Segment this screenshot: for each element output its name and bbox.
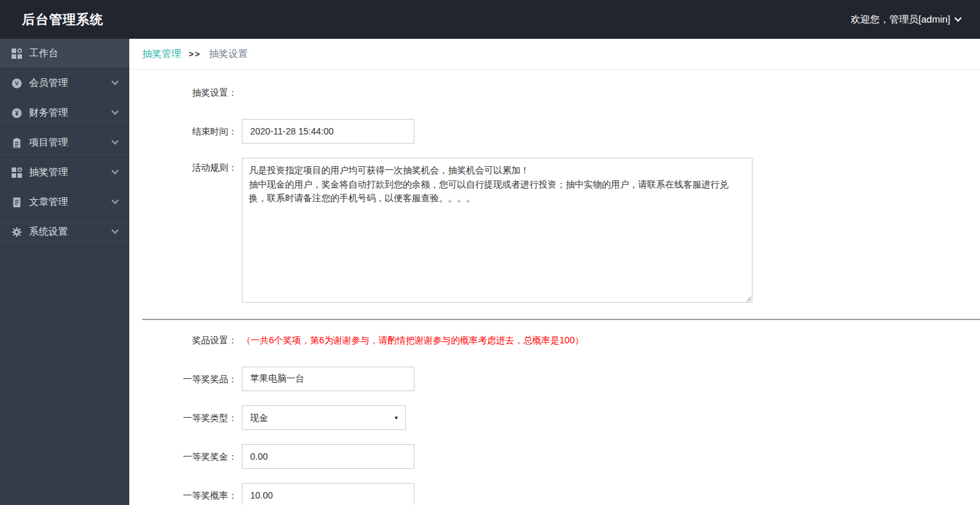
sidebar-item-label: 会员管理 bbox=[29, 77, 112, 89]
sidebar: 工作台 V 会员管理 ¥ 财务管理 项目管理 bbox=[0, 39, 129, 505]
breadcrumb-separator: >> bbox=[189, 49, 201, 59]
breadcrumb-current: 抽奖设置 bbox=[209, 48, 248, 60]
user-menu[interactable]: 欢迎您，管理员[admin] bbox=[851, 14, 961, 26]
lottery-settings-form: 抽奖设置： 结束时间： 活动规则： 凡是投资指定项目的用户均可获得一次抽奖机会，… bbox=[129, 70, 980, 505]
chevron-down-icon bbox=[111, 107, 118, 114]
sidebar-item-workbench[interactable]: 工作台 bbox=[0, 39, 129, 69]
grid-icon bbox=[12, 48, 22, 59]
chevron-down-icon bbox=[111, 226, 118, 233]
first-prize-amount-row: 一等奖奖金： bbox=[129, 444, 980, 469]
breadcrumb: 抽奖管理 >> 抽奖设置 bbox=[129, 39, 980, 70]
rules-label: 活动规则： bbox=[129, 158, 237, 305]
chevron-down-icon bbox=[111, 197, 118, 204]
first-prize-rate-row: 一等奖概率： bbox=[129, 483, 980, 505]
first-prize-type-select[interactable]: 现金 bbox=[242, 405, 406, 430]
topbar: 后台管理系统 欢迎您，管理员[admin] bbox=[0, 0, 980, 39]
app-title: 后台管理系统 bbox=[22, 11, 103, 28]
grid-icon bbox=[12, 167, 22, 178]
clipboard-icon bbox=[12, 138, 22, 148]
member-circle-icon: V bbox=[12, 78, 22, 89]
finance-circle-icon: ¥ bbox=[12, 108, 22, 118]
end-time-input[interactable] bbox=[242, 119, 414, 144]
breadcrumb-parent-link[interactable]: 抽奖管理 bbox=[142, 48, 181, 60]
document-icon bbox=[12, 197, 22, 208]
sidebar-item-articles[interactable]: 文章管理 bbox=[0, 188, 129, 217]
sidebar-item-finance[interactable]: ¥ 财务管理 bbox=[0, 98, 129, 128]
welcome-text: 欢迎您，管理员[admin] bbox=[851, 14, 950, 26]
first-prize-item-label: 一等奖奖品： bbox=[129, 367, 237, 391]
first-prize-item-input[interactable] bbox=[242, 367, 414, 391]
sidebar-item-label: 文章管理 bbox=[29, 196, 112, 208]
section-title: 抽奖设置： bbox=[129, 80, 237, 105]
sidebar-item-label: 财务管理 bbox=[29, 107, 112, 119]
sidebar-item-lottery[interactable]: 抽奖管理 bbox=[0, 158, 129, 188]
first-prize-type-row: 一等奖类型： 现金 ▼ bbox=[129, 405, 980, 430]
first-prize-rate-label: 一等奖概率： bbox=[129, 483, 237, 505]
section-divider bbox=[142, 319, 980, 320]
svg-text:V: V bbox=[15, 80, 19, 87]
chevron-down-icon bbox=[954, 14, 961, 21]
svg-text:¥: ¥ bbox=[15, 109, 19, 116]
rules-textarea[interactable]: 凡是投资指定项目的用户均可获得一次抽奖机会，抽奖机会可以累加！ 抽中现金的用户，… bbox=[242, 158, 752, 303]
end-time-label: 结束时间： bbox=[129, 119, 237, 144]
sidebar-item-label: 项目管理 bbox=[29, 136, 112, 149]
first-prize-rate-input[interactable] bbox=[242, 483, 414, 505]
gear-icon bbox=[12, 227, 22, 237]
end-time-row: 结束时间： bbox=[129, 119, 980, 144]
sidebar-item-projects[interactable]: 项目管理 bbox=[0, 128, 129, 158]
chevron-down-icon bbox=[111, 78, 118, 85]
sidebar-item-members[interactable]: V 会员管理 bbox=[0, 69, 129, 98]
section-title-row: 抽奖设置： bbox=[129, 80, 980, 105]
prize-section-note: （一共6个奖项，第6为谢谢参与，请酌情把谢谢参与的概率考虑进去，总概率是100） bbox=[242, 335, 584, 345]
first-prize-amount-input[interactable] bbox=[242, 444, 414, 469]
prize-section-label: 奖品设置： bbox=[129, 328, 237, 352]
first-prize-item-row: 一等奖奖品： bbox=[129, 367, 980, 391]
first-prize-type-label: 一等奖类型： bbox=[129, 405, 237, 430]
rules-row: 活动规则： 凡是投资指定项目的用户均可获得一次抽奖机会，抽奖机会可以累加！ 抽中… bbox=[129, 158, 980, 305]
sidebar-item-label: 抽奖管理 bbox=[29, 166, 112, 178]
sidebar-item-label: 系统设置 bbox=[29, 226, 112, 238]
chevron-down-icon bbox=[111, 137, 118, 144]
sidebar-item-label: 工作台 bbox=[29, 47, 118, 59]
chevron-down-icon bbox=[111, 167, 118, 174]
sidebar-item-settings[interactable]: 系统设置 bbox=[0, 217, 129, 247]
prize-section-row: 奖品设置： （一共6个奖项，第6为谢谢参与，请酌情把谢谢参与的概率考虑进去，总概… bbox=[129, 328, 980, 352]
first-prize-amount-label: 一等奖奖金： bbox=[129, 444, 237, 469]
main-content: 抽奖管理 >> 抽奖设置 抽奖设置： 结束时间： 活动规则： 凡是投资指定项目的… bbox=[129, 39, 980, 505]
